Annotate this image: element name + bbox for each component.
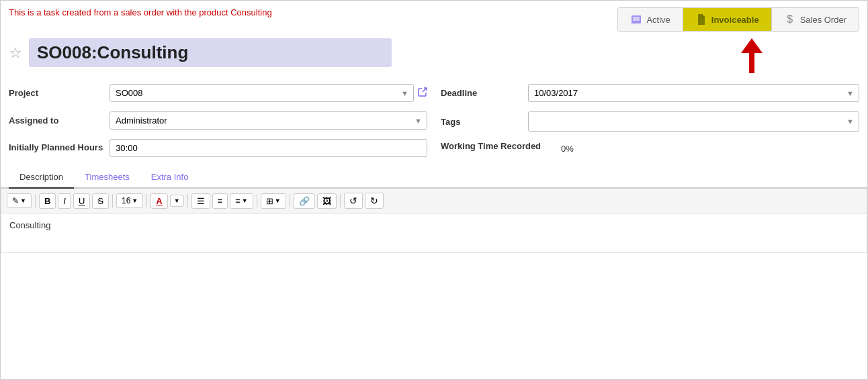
bold-button[interactable]: B — [39, 193, 56, 209]
redo-button[interactable]: ↻ — [365, 193, 384, 209]
font-size-arrow: ▼ — [132, 197, 138, 204]
italic-button[interactable]: I — [58, 193, 71, 209]
pen-tool-button[interactable]: ✎ ▼ — [7, 193, 32, 208]
editor-area[interactable]: Consulting — [1, 213, 867, 253]
project-row: Project SO008 ▼ — [9, 84, 427, 102]
bold-icon: B — [44, 196, 50, 206]
toolbar-divider-5 — [257, 194, 257, 207]
project-field-wrapper: SO008 ▼ — [110, 84, 414, 102]
align-arrow: ▼ — [242, 197, 248, 204]
italic-icon: I — [63, 196, 66, 206]
assigned-row: Assigned to Administrator ▼ — [9, 111, 427, 130]
arrow-head — [741, 38, 763, 53]
invoiceable-icon — [695, 13, 707, 26]
deadline-field-wrapper: ▼ — [528, 84, 859, 102]
bullet-list-button[interactable]: ☰ — [191, 193, 210, 209]
star-icon[interactable]: ☆ — [9, 46, 22, 60]
top-message-area: This is a task created from a sales orde… — [9, 7, 611, 17]
undo-button[interactable]: ↺ — [344, 193, 363, 209]
font-size-button[interactable]: 16 ▼ — [116, 193, 143, 208]
underline-button[interactable]: U — [73, 193, 90, 209]
toolbar-divider-6 — [290, 194, 290, 207]
toolbar-divider-7 — [340, 194, 341, 207]
tags-row: Tags ▼ — [441, 111, 859, 132]
link-button[interactable]: 🔗 — [294, 193, 315, 209]
font-color-icon: A — [156, 196, 162, 206]
tab-extra-info[interactable]: Extra Info — [140, 167, 200, 189]
invoiceable-status-button[interactable]: Invoiceable — [683, 8, 772, 31]
working-time-value: 0% — [548, 141, 574, 154]
hours-row: Initially Planned Hours — [9, 139, 427, 157]
numbered-list-button[interactable]: ≡ — [212, 193, 228, 209]
tabs-row: Description Timesheets Extra Info — [1, 167, 867, 189]
svg-rect-2 — [633, 19, 640, 21]
redo-icon: ↻ — [370, 195, 378, 206]
deadline-row: Deadline ▼ — [441, 84, 859, 102]
assigned-label: Assigned to — [9, 115, 103, 126]
page-wrapper: This is a task created from a sales orde… — [0, 0, 868, 380]
invoiceable-label: Invoiceable — [711, 15, 759, 25]
strikethrough-button[interactable]: S — [92, 193, 109, 209]
tags-label: Tags — [441, 117, 521, 127]
active-label: Active — [646, 15, 670, 25]
link-icon: 🔗 — [299, 196, 310, 206]
toolbar-divider-2 — [112, 194, 113, 207]
sales-order-status-button[interactable]: $ Sales Order — [772, 8, 859, 31]
assigned-select[interactable]: Administrator — [110, 111, 427, 130]
arrow-shaft — [749, 53, 754, 73]
top-message: This is a task created from a sales orde… — [9, 7, 272, 17]
toolbar-divider-1 — [35, 194, 36, 207]
editor-toolbar: ✎ ▼ B I U S 16 ▼ A ▼ ☰ ≡ — [1, 189, 867, 213]
assigned-field-wrapper: Administrator ▼ — [110, 111, 427, 130]
toolbar-divider-3 — [146, 194, 147, 207]
hours-input[interactable] — [110, 139, 427, 157]
dollar-icon: $ — [784, 13, 796, 26]
status-buttons-group: Active Invoiceable $ Sales Order — [617, 7, 859, 32]
undo-icon: ↺ — [349, 195, 357, 206]
working-time-row: Working Time Recorded 0% — [441, 141, 859, 154]
toolbar-divider-4 — [187, 194, 188, 207]
align-button[interactable]: ≡ ▼ — [230, 193, 253, 209]
underline-icon: U — [79, 196, 85, 206]
working-time-label: Working Time Recorded — [441, 141, 541, 151]
bullet-list-icon: ☰ — [197, 196, 205, 206]
tab-description[interactable]: Description — [9, 167, 74, 189]
pen-icon: ✎ — [12, 196, 19, 205]
deadline-input[interactable] — [528, 84, 859, 102]
strikethrough-icon: S — [97, 196, 103, 206]
tags-select[interactable] — [528, 111, 859, 132]
tab-timesheets[interactable]: Timesheets — [74, 167, 140, 189]
table-icon: ⊞ — [266, 196, 273, 206]
external-link-icon[interactable] — [418, 87, 427, 99]
numbered-list-icon: ≡ — [218, 196, 223, 206]
svg-rect-1 — [633, 17, 640, 19]
pen-dropdown-arrow: ▼ — [20, 197, 26, 204]
image-button[interactable]: 🖼 — [317, 193, 337, 209]
image-icon: 🖼 — [322, 196, 331, 206]
deadline-label: Deadline — [441, 88, 521, 98]
align-icon: ≡ — [235, 196, 241, 206]
editor-content: Consulting — [9, 220, 50, 230]
tags-field-wrapper: ▼ — [528, 111, 859, 132]
sales-order-label: Sales Order — [800, 15, 847, 25]
table-arrow: ▼ — [275, 197, 281, 204]
project-select[interactable]: SO008 — [110, 84, 414, 102]
active-icon — [630, 13, 642, 26]
font-size-value: 16 — [122, 196, 130, 205]
task-title-input[interactable] — [29, 38, 392, 67]
active-status-button[interactable]: Active — [618, 8, 683, 31]
hours-label: Initially Planned Hours — [9, 139, 103, 152]
font-color-button[interactable]: A — [150, 193, 167, 209]
table-button[interactable]: ⊞ ▼ — [261, 193, 286, 209]
font-color-dropdown-button[interactable]: ▼ — [170, 195, 184, 207]
project-label: Project — [9, 88, 103, 98]
red-arrow-indicator — [711, 38, 792, 73]
